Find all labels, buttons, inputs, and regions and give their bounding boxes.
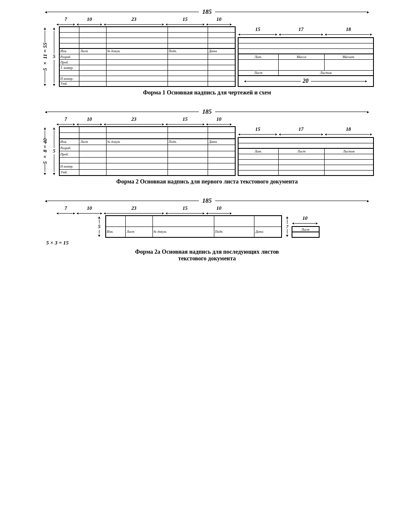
form1-massa-label: Масса — [279, 54, 325, 59]
form1-section: ◄ 185 ► 7 ◄► 10 ◄► 23 — [13, 8, 401, 102]
form1-masht-label: Масшт. — [325, 54, 373, 59]
form1-subdim-23: 23 — [132, 16, 137, 23]
form2-vdim: 5 × 8 = 40 — [42, 138, 48, 164]
form1-subdim-10b: 10 — [216, 16, 221, 23]
form1-vdim: 5 × 11 = 55 — [42, 43, 48, 71]
form2a-dim10: 10 — [302, 215, 307, 221]
form1-lit-label: Лит. — [238, 54, 279, 59]
form1-list-label: Лист — [238, 70, 279, 76]
form2a-caption-line1: Форма 2а Основная надпись для последующи… — [135, 249, 279, 255]
form1-caption: Форма 1 Основная надпись для чертежей и … — [143, 89, 271, 96]
form2a-caption-line2: текстового документа — [178, 255, 236, 262]
form2a-vdim: 5 × 3 = 15 — [46, 239, 69, 246]
form1-right-dim-18: 18 — [346, 26, 351, 33]
form2-overall-dim: 185 — [199, 108, 215, 115]
form1-overall-dim: 185 — [199, 8, 215, 15]
form1-bottom-dim: 20 — [301, 78, 311, 84]
form2-section: ◄ 185 ► 7 ◄► 10 ◄► 23 ◄► 15 ◄► — [13, 108, 401, 191]
form2a-overall-dim: 185 — [199, 197, 215, 204]
form1-right-dim-15: 15 — [255, 26, 260, 33]
form1-subdim-15a: 15 — [183, 16, 188, 23]
form1-right-dim-17: 17 — [299, 26, 304, 33]
form2a-list-label: Лист — [292, 227, 319, 232]
form2a-section: ◄ 185 ► 7 ◄► 10 ◄► 23 ◄► 15 ◄► — [13, 197, 401, 268]
form1-subdim-10: 10 — [87, 16, 92, 23]
form2a-dim7: 7 — [286, 224, 289, 229]
page-container: ◄ 185 ► 7 ◄► 10 ◄► 23 — [13, 8, 401, 270]
form2-caption: Форма 2 Основная надпись для первого лис… — [116, 178, 298, 185]
form1-inner5: 5 — [53, 53, 55, 60]
form1-listov-label: Листов — [279, 70, 373, 76]
form1-subdim-7: 7 — [65, 16, 67, 23]
